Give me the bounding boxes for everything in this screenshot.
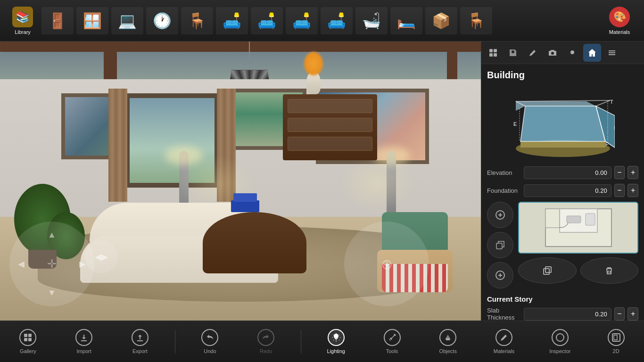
divider-2 (301, 330, 301, 354)
redo-label: Redo (260, 348, 272, 354)
undo-icon (201, 329, 218, 346)
delete-floor-btn[interactable] (580, 257, 639, 284)
objects-icon (439, 329, 456, 346)
2d-button[interactable]: 2D (595, 323, 637, 361)
building-controls (487, 202, 638, 288)
slab-thickness-row: Slab Thickness − + (487, 307, 638, 321)
floor-plan-thumbnail[interactable] (518, 202, 638, 254)
import-label: Import (77, 348, 91, 354)
panel-title: Building (487, 70, 638, 81)
tools-icon (384, 329, 401, 346)
elevation-label: Elevation (487, 169, 521, 176)
materials-bottom-label: Materials (494, 348, 515, 354)
gallery-button[interactable]: Gallery (7, 323, 49, 361)
lighting-label: Lighting (327, 348, 345, 354)
materials-icon: 🎨 (609, 7, 630, 27)
panel-objects-btn[interactable] (484, 44, 502, 62)
lighting-button[interactable]: Lighting (315, 323, 357, 361)
foundation-minus-btn[interactable]: − (614, 184, 625, 197)
inspector-label: Inspector (549, 348, 570, 354)
foundation-input[interactable] (524, 184, 611, 197)
building-diagram: T H E F (511, 87, 615, 160)
export-button[interactable]: Export (119, 323, 161, 361)
elevation-minus-btn[interactable]: − (614, 166, 625, 179)
slab-input[interactable] (524, 308, 611, 321)
svg-rect-2 (489, 53, 493, 57)
slab-label: Slab Thickness (487, 307, 521, 321)
svg-rect-26 (545, 209, 560, 228)
svg-marker-7 (520, 106, 605, 141)
pendant-cord (249, 41, 250, 70)
foundation-row: Foundation − + (487, 184, 638, 197)
furn-laptop[interactable]: 💻 (111, 7, 143, 34)
current-story-title: Current Story (487, 295, 638, 303)
svg-rect-27 (567, 216, 581, 223)
tools-button[interactable]: Tools (371, 323, 413, 361)
panel-save-btn[interactable] (504, 44, 522, 62)
curtain-left (108, 89, 127, 202)
svg-rect-1 (494, 49, 497, 52)
furn-door[interactable]: 🚪 (41, 7, 74, 34)
furn-window[interactable]: 🪟 (76, 7, 108, 34)
copy-floor-btn[interactable] (518, 257, 577, 284)
panel-toolbar (481, 41, 644, 64)
movement-arrows: ▲ ▼ ◀ ▶ ✛ (18, 230, 86, 298)
elevation-input[interactable] (524, 166, 611, 179)
2d-label: 2D (613, 348, 619, 354)
redo-button[interactable]: Redo (245, 323, 287, 361)
panel-list-btn[interactable] (603, 44, 621, 62)
svg-text:E: E (513, 121, 517, 127)
furn-cabinet[interactable]: 📦 (425, 7, 457, 34)
furn-clock[interactable]: 🕐 (146, 7, 178, 34)
elevation-plus-btn[interactable]: + (627, 166, 638, 179)
rotation-control[interactable]: ⊕ (344, 222, 429, 306)
movement-control[interactable]: ▲ ▼ ◀ ▶ ✛ (9, 222, 94, 306)
wall-light-right (339, 156, 415, 212)
undo-label: Undo (204, 348, 216, 354)
slab-plus-btn[interactable]: + (627, 307, 638, 321)
undo-button[interactable]: Undo (189, 323, 231, 361)
furn-bathtub[interactable]: 🛁 (355, 7, 388, 34)
library-label: Library (15, 29, 31, 35)
import-icon (75, 329, 92, 346)
furn-red-chair[interactable]: 🪑 (181, 7, 213, 34)
action-buttons (487, 202, 513, 288)
floor-plan-svg (543, 206, 614, 249)
svg-rect-38 (614, 335, 617, 340)
pan-control[interactable]: ◀▶ (85, 240, 118, 273)
furn-sofa-pink[interactable]: 🛋️ (251, 7, 283, 34)
svg-rect-29 (544, 269, 549, 274)
objects-button[interactable]: Objects (427, 323, 469, 361)
furn-sofa-yellow[interactable]: 🛋️ (321, 7, 353, 34)
foundation-plus-btn[interactable]: + (627, 184, 638, 197)
library-button[interactable]: 📚 Library (4, 2, 41, 40)
inspector-button[interactable]: Inspector (539, 323, 581, 361)
viewport-3d[interactable]: ▲ ▼ ◀ ▶ ✛ ◀▶ ⊕ (0, 41, 481, 321)
top-bar: 📚 Library 🚪 🪟 💻 🕐 🪑 🛋️ 🛋️ 🛋️ 🛋️ 🛁 🛏️ 📦 🪑… (0, 0, 644, 41)
furn-chair2[interactable]: 🪑 (460, 7, 492, 34)
furn-sofa-cream[interactable]: 🛋️ (286, 7, 318, 34)
svg-rect-3 (494, 53, 497, 57)
materials-button[interactable]: 🎨 Materials (599, 2, 640, 40)
add-below-btn[interactable] (487, 262, 513, 288)
elevation-row: Elevation − + (487, 166, 638, 179)
panel-light-btn[interactable] (563, 44, 581, 62)
view-3d-btn[interactable] (487, 232, 513, 258)
add-above-btn[interactable] (487, 202, 513, 228)
svg-point-36 (556, 334, 564, 341)
lighting-icon (328, 329, 345, 346)
furn-bed[interactable]: 🛏️ (390, 7, 422, 34)
panel-camera-btn[interactable] (544, 44, 561, 62)
panel-home-btn[interactable] (583, 44, 601, 62)
materials-label: Materials (609, 29, 630, 35)
floor-plan-column (518, 202, 638, 288)
gallery-label: Gallery (20, 348, 36, 354)
panel-paint-btn[interactable] (524, 44, 542, 62)
svg-rect-31 (24, 334, 27, 337)
slab-minus-btn[interactable]: − (614, 307, 625, 321)
objects-label: Objects (439, 348, 457, 354)
materials-bottom-button[interactable]: Materials (483, 323, 525, 361)
import-button[interactable]: Import (63, 323, 105, 361)
gallery-icon (19, 329, 36, 346)
furn-armchair-yellow[interactable]: 🛋️ (216, 7, 248, 34)
